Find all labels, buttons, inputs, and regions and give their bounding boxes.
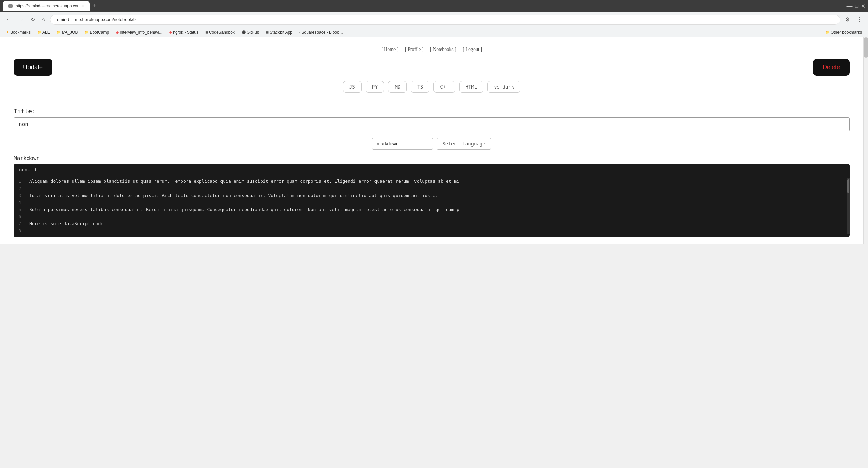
new-tab-button[interactable]: + xyxy=(91,3,97,10)
home-button[interactable]: ⌂ xyxy=(40,15,47,24)
lang-btn-ts[interactable]: TS xyxy=(411,81,429,93)
line-num-6: 6 xyxy=(18,213,21,220)
code-line-6 xyxy=(29,213,844,220)
tab-title: https://remind----me.herokuapp.cor xyxy=(16,4,78,8)
page-scrollbar[interactable] xyxy=(863,37,868,244)
bookmark-codesandbox-label: CodeSandbox xyxy=(209,30,235,35)
bookmark-ngrok-label: ngrok - Status xyxy=(173,30,198,35)
code-lines[interactable]: Aliquam dolores ullam ipsam blanditiis u… xyxy=(26,178,847,234)
delete-button[interactable]: Delete xyxy=(813,59,850,76)
tab-bar: https://remind----me.herokuapp.cor ✕ + xyxy=(3,1,97,11)
code-editor-header: non.md xyxy=(14,164,850,175)
line-num-2: 2 xyxy=(18,185,21,192)
bookmark-interview[interactable]: ◆ Interview_info_behavi... xyxy=(114,29,165,35)
folder-icon-bootcamp: 📁 xyxy=(84,30,89,34)
code-line-8 xyxy=(29,228,844,235)
line-num-5: 5 xyxy=(18,206,21,213)
title-input[interactable] xyxy=(14,117,850,131)
code-line-7: Here is some JavaScript code: xyxy=(29,220,844,228)
address-bar[interactable]: remind----me.herokuapp.com/notebook/9 xyxy=(50,15,840,25)
bookmark-other[interactable]: 📁 Other bookmarks xyxy=(824,29,864,35)
bookmark-bootcamp-label: BootCamp xyxy=(90,30,109,35)
folder-icon-all: 📁 xyxy=(37,30,41,34)
main-content: [ Home ] [ Profile ] [ Notebooks ] [ Log… xyxy=(0,37,863,244)
bookmark-icon-ngrok: ◆ xyxy=(169,30,172,34)
bookmark-squarespace-label: Squarespace - Blood... xyxy=(302,30,343,35)
bookmark-icon-stackbit: ◼ xyxy=(266,30,269,34)
bookmarks-text: Bookmarks xyxy=(10,30,31,35)
folder-icon-other: 📁 xyxy=(826,30,830,34)
language-input[interactable] xyxy=(372,138,433,150)
bookmark-interview-label: Interview_info_behavi... xyxy=(120,30,162,35)
bookmark-icon-sandbox: ◼ xyxy=(205,30,208,34)
code-line-1: Aliquam dolores ullam ipsam blanditiis u… xyxy=(29,178,844,185)
bookmark-all[interactable]: 📁 ALL xyxy=(35,29,52,35)
active-tab[interactable]: https://remind----me.herokuapp.cor ✕ xyxy=(3,1,90,11)
language-buttons-row: JS PY MD TS C++ HTML vs-dark xyxy=(14,81,850,93)
browser-nav: ← → ↻ ⌂ remind----me.herokuapp.com/noteb… xyxy=(0,12,868,27)
bookmark-job[interactable]: 📁 a/A_JOB xyxy=(54,29,80,35)
bookmark-icon-github: ⚫ xyxy=(242,30,246,34)
browser-chrome: https://remind----me.herokuapp.cor ✕ + —… xyxy=(0,0,868,37)
bookmark-squarespace[interactable]: ▪ Squarespace - Blood... xyxy=(297,29,345,35)
bookmark-other-label: Other bookmarks xyxy=(831,30,862,35)
bookmark-github[interactable]: ⚫ GitHub xyxy=(239,29,261,35)
update-button[interactable]: Update xyxy=(14,59,52,76)
nav-notebooks[interactable]: [ Notebooks ] xyxy=(430,47,456,52)
page-wrapper: [ Home ] [ Profile ] [ Notebooks ] [ Log… xyxy=(0,37,868,244)
select-language-button[interactable]: Select Language xyxy=(437,138,491,150)
back-button[interactable]: ← xyxy=(4,15,14,24)
menu-button[interactable]: ⋮ xyxy=(854,15,864,24)
bookmark-github-label: GitHub xyxy=(247,30,259,35)
bookmark-stackbit-label: Stackbit App xyxy=(270,30,292,35)
code-line-3: Id at veritatis vel mollitia ut dolores … xyxy=(29,192,844,199)
lang-btn-md[interactable]: MD xyxy=(388,81,407,93)
lang-btn-py[interactable]: PY xyxy=(366,81,384,93)
nav-profile[interactable]: [ Profile ] xyxy=(405,47,423,52)
editor-scrollbar[interactable] xyxy=(847,178,850,234)
folder-icon-job: 📁 xyxy=(56,30,60,34)
reload-button[interactable]: ↻ xyxy=(28,15,37,24)
nav-home[interactable]: [ Home ] xyxy=(381,47,399,52)
lang-btn-vsdark[interactable]: vs-dark xyxy=(487,81,520,93)
bookmark-codesandbox[interactable]: ◼ CodeSandbox xyxy=(203,29,237,35)
lang-btn-cpp[interactable]: C++ xyxy=(433,81,455,93)
line-num-4: 4 xyxy=(18,199,21,206)
title-label: Title: xyxy=(14,108,850,115)
bookmarks-bar: ★ Bookmarks 📁 ALL 📁 a/A_JOB 📁 BootCamp ◆… xyxy=(0,27,868,37)
bookmark-bootcamp[interactable]: 📁 BootCamp xyxy=(82,29,111,35)
url-display: remind----me.herokuapp.com/notebook/9 xyxy=(56,17,136,22)
lang-btn-html[interactable]: HTML xyxy=(459,81,484,93)
code-editor-body: 1 2 3 4 5 6 7 8 Aliquam dolores ullam ip… xyxy=(14,175,850,237)
nav-logout[interactable]: [ Logout ] xyxy=(463,47,482,52)
bookmark-icon-interview: ◆ xyxy=(116,30,119,35)
close-icon[interactable]: ✕ xyxy=(861,3,865,9)
line-num-1: 1 xyxy=(18,178,21,185)
minimize-icon[interactable]: — xyxy=(847,3,853,10)
code-line-4 xyxy=(29,199,844,206)
line-num-7: 7 xyxy=(18,220,21,228)
bookmark-stackbit[interactable]: ◼ Stackbit App xyxy=(264,29,294,35)
spacer xyxy=(14,101,850,108)
forward-button[interactable]: → xyxy=(16,15,26,24)
code-filename: non.md xyxy=(19,167,36,172)
star-icon: ★ xyxy=(6,30,9,34)
line-num-3: 3 xyxy=(18,192,21,199)
code-section-label: Markdown xyxy=(14,155,850,161)
tab-close-icon[interactable]: ✕ xyxy=(81,4,84,8)
bookmarks-label[interactable]: ★ Bookmarks xyxy=(4,29,33,35)
page-scrollbar-thumb xyxy=(864,37,868,58)
lang-btn-js[interactable]: JS xyxy=(343,81,362,93)
code-line-2 xyxy=(29,185,844,192)
code-line-5: Soluta possimus necessitatibus consequat… xyxy=(29,206,844,213)
browser-titlebar: https://remind----me.herokuapp.cor ✕ + —… xyxy=(0,0,868,12)
bookmark-ngrok[interactable]: ◆ ngrok - Status xyxy=(167,29,200,35)
editor-scrollbar-thumb xyxy=(847,179,849,193)
bookmark-all-label: ALL xyxy=(42,30,50,35)
tab-favicon xyxy=(8,4,13,8)
maximize-icon[interactable]: □ xyxy=(855,3,858,9)
action-buttons-row: Update Delete xyxy=(14,59,850,76)
code-editor: non.md 1 2 3 4 5 6 7 8 Aliquam dolores u… xyxy=(14,164,850,237)
line-numbers: 1 2 3 4 5 6 7 8 xyxy=(14,178,26,234)
extensions-button[interactable]: ⚙ xyxy=(843,15,852,24)
